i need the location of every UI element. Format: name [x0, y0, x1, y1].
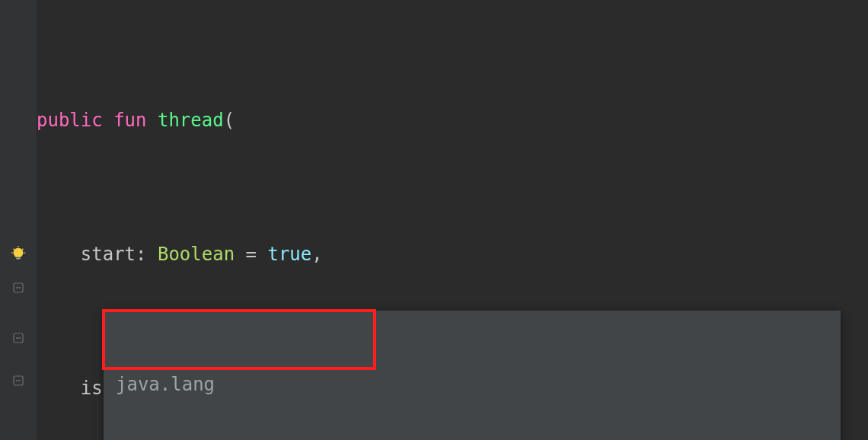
paren-open: ( [224, 110, 235, 131]
function-name: thread [158, 110, 224, 131]
lightbulb-icon[interactable] [0, 238, 37, 271]
quick-doc-tooltip: java.lang public class Thread extends Ob… [104, 311, 841, 440]
param-default: true [267, 244, 311, 265]
code-line[interactable]: public fun thread( [37, 104, 868, 137]
param-name: start [81, 244, 136, 265]
fold-toggle-icon[interactable] [0, 271, 37, 304]
editor-gutter [0, 0, 37, 440]
tooltip-package: java.lang [116, 371, 828, 397]
code-area[interactable]: public fun thread( start: Boolean = true… [37, 0, 868, 440]
fold-toggle-icon[interactable] [0, 364, 37, 397]
keyword-fun: fun [113, 110, 146, 131]
svg-rect-0 [16, 258, 21, 260]
param-type: Boolean [158, 244, 235, 265]
fold-toggle-icon[interactable] [0, 321, 37, 355]
code-line[interactable]: start: Boolean = true, [37, 238, 868, 271]
code-editor[interactable]: public fun thread( start: Boolean = true… [0, 0, 868, 440]
keyword-public: public [37, 110, 103, 131]
